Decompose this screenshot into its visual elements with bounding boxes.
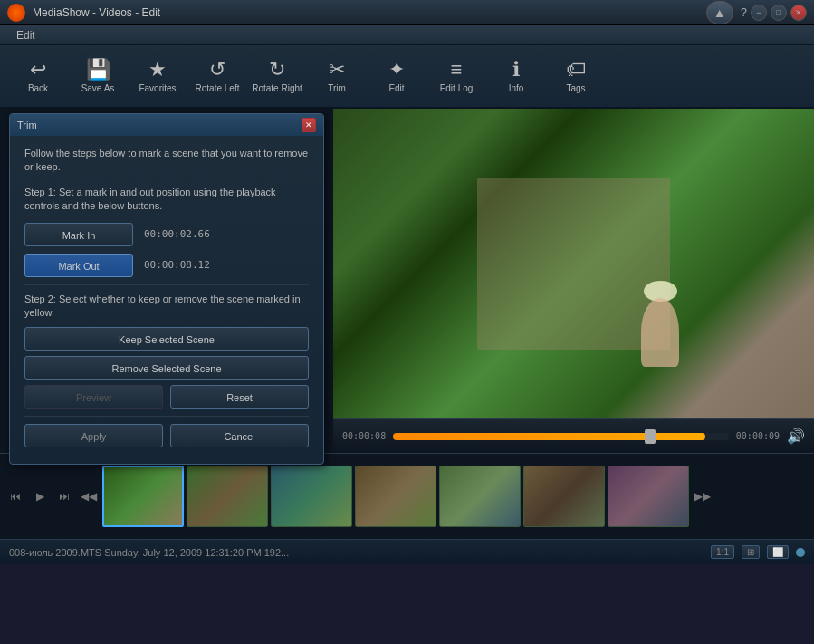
rotate-right-label: Rotate Right [252,83,302,93]
time-end: 00:00:09 [736,431,780,441]
back-label: Back [28,83,48,93]
edit-label: Edit [388,83,404,93]
minimize-button[interactable]: − [751,5,767,21]
video-child-figure [641,298,679,367]
zoom-indicator [796,548,805,557]
divider2 [24,416,309,417]
close-button[interactable]: ✕ [790,5,807,21]
rotate-left-icon: ↺ [209,60,225,80]
window-controls: − □ ✕ [751,5,807,21]
tags-button[interactable]: 🏷 Tags [547,48,605,104]
favorites-label: Favorites [139,83,176,93]
apply-button[interactable]: Apply [24,424,163,447]
video-preview: 00:00:08 00:00:09 🔊 [333,109,814,453]
mark-out-row: Mark Out 00:00:08.12 [24,254,309,277]
nav-up-button[interactable]: ▲ [706,1,733,24]
timeline-progress [393,433,705,440]
main-area: Trim ✕ Follow the steps below to mark a … [0,109,814,453]
remove-scene-button[interactable]: Remove Selected Scene [24,356,309,380]
star-icon: ★ [148,60,167,80]
filmstrip: ⏮ ▶ ⏭ ◀◀ ▶▶ [0,453,814,539]
edit-button[interactable]: ✦ Edit [368,48,426,104]
filmstrip-thumb-3[interactable] [271,466,352,527]
filmstrip-thumb-2[interactable] [187,466,268,527]
keep-scene-button[interactable]: Keep Selected Scene [24,327,309,351]
trim-step2: Step 2: Select whether to keep or remove… [24,293,309,321]
trim-dialog-titlebar: Trim ✕ [10,114,323,136]
filmstrip-next-button[interactable]: ▶▶ [692,485,713,507]
trim-button[interactable]: ✂ Trim [308,48,366,104]
trim-label: Trim [328,83,346,93]
menu-edit[interactable]: Edit [7,27,44,43]
edit-log-icon: ≡ [451,60,463,80]
filmstrip-first-button[interactable]: ⏮ [5,485,26,507]
volume-icon[interactable]: 🔊 [787,428,805,445]
trim-instructions: Follow the steps below to mark a scene t… [24,147,309,175]
fit-badge: ⊞ [742,545,760,559]
timeline-track[interactable] [393,433,729,440]
help-button[interactable]: ? [741,5,747,19]
tags-icon: 🏷 [566,60,586,80]
screen-badge: ⬜ [767,545,789,559]
preview-button[interactable]: Preview [24,385,163,409]
toolbar: ↩ Back 💾 Save As ★ Favorites ↺ Rotate Le… [0,45,814,109]
divider [24,284,309,285]
info-button[interactable]: ℹ Info [487,48,545,104]
time-start: 00:00:08 [342,431,386,441]
trim-close-button[interactable]: ✕ [302,118,316,132]
rotate-right-icon: ↻ [269,60,285,80]
trim-step1: Step 1: Set a mark in and out position u… [24,186,309,214]
apply-cancel-row: Apply Cancel [24,424,309,447]
filmstrip-last-button[interactable]: ⏭ [53,485,75,507]
info-icon: ℹ [512,60,520,80]
mark-out-button[interactable]: Mark Out [24,254,133,277]
status-text: 008-июль 2009.MTS Sunday, July 12, 2009 … [9,547,704,558]
mark-in-button[interactable]: Mark In [24,223,133,246]
save-as-label: Save As [81,83,115,93]
trim-icon: ✂ [329,60,345,80]
mark-in-time: 00:00:02.66 [144,228,210,240]
info-label: Info [509,83,524,93]
trim-dialog: Trim ✕ Follow the steps below to mark a … [9,113,324,465]
mark-out-time: 00:00:08.12 [144,259,210,271]
title-bar: MediaShow - Videos - Edit ▲ ? − □ ✕ [0,0,814,25]
filmstrip-prev-button[interactable]: ◀◀ [78,485,100,507]
timeline-marker[interactable] [645,429,656,444]
save-icon: 💾 [86,60,110,80]
rotate-left-label: Rotate Left [196,83,240,93]
tags-label: Tags [566,83,585,93]
rotate-right-button[interactable]: ↻ Rotate Right [248,48,306,104]
playback-bar: 00:00:08 00:00:09 🔊 [333,418,814,453]
filmstrip-thumb-7[interactable] [608,466,689,527]
video-frame [333,109,814,453]
app-icon [7,4,25,22]
maximize-button[interactable]: □ [771,5,787,21]
preview-reset-row: Preview Reset [24,385,309,409]
filmstrip-thumb-6[interactable] [523,466,605,527]
cancel-button[interactable]: Cancel [170,424,309,447]
favorites-button[interactable]: ★ Favorites [129,48,187,104]
trim-dialog-title: Trim [17,120,302,130]
reset-button[interactable]: Reset [170,385,309,409]
mark-in-row: Mark In 00:00:02.66 [24,223,309,246]
filmstrip-thumb-1[interactable] [102,466,184,527]
filmstrip-thumb-4[interactable] [355,466,436,527]
back-button[interactable]: ↩ Back [9,48,67,104]
filmstrip-play-button[interactable]: ▶ [29,485,51,507]
filmstrip-thumb-5[interactable] [439,466,521,527]
edit-log-label: Edit Log [440,83,474,93]
status-bar: 008-июль 2009.MTS Sunday, July 12, 2009 … [0,539,814,564]
back-icon: ↩ [30,60,46,80]
trim-dialog-body: Follow the steps below to mark a scene t… [10,136,323,464]
edit-icon: ✦ [388,60,405,80]
edit-log-button[interactable]: ≡ Edit Log [427,48,485,104]
menu-bar: Edit [0,25,814,45]
save-as-button[interactable]: 💾 Save As [69,48,127,104]
zoom-badge: 1:1 [711,545,734,559]
title-text: MediaShow - Videos - Edit [33,6,706,19]
rotate-left-button[interactable]: ↺ Rotate Left [188,48,246,104]
